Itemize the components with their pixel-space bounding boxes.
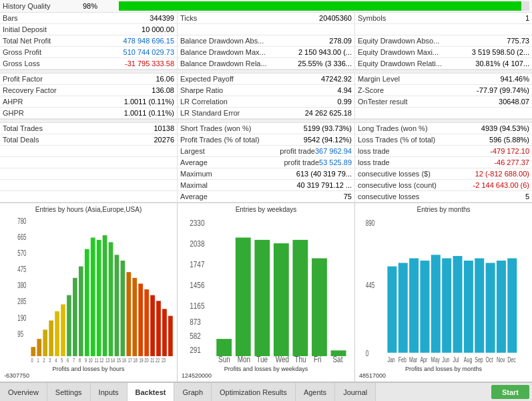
svg-text:873: 873 (190, 318, 201, 327)
months-chart-canvas: 890 445 Jan Feb (358, 215, 529, 364)
svg-text:6: 6 (67, 356, 69, 364)
svg-rect-83 (420, 261, 429, 353)
svg-text:4: 4 (55, 356, 57, 364)
quality-row: History Quality 98% (0, 0, 532, 13)
long-trades-cell: Long Trades (won %) 4939 (94.53%) (355, 123, 532, 134)
svg-text:11: 11 (94, 356, 98, 364)
svg-text:Wed: Wed (276, 355, 289, 364)
maximal-loss-cell: consecutive loss (count) -2 144 643.00 (… (355, 180, 532, 190)
long-trades-value: 4939 (94.53%) (481, 124, 529, 132)
svg-rect-66 (254, 240, 270, 356)
bars-label: Bars (3, 14, 18, 22)
tab-overview[interactable]: Overview (0, 383, 47, 401)
ml-value: 941.46% (501, 75, 529, 83)
loss-trades-value: 596 (5.88%) (489, 136, 529, 144)
svg-rect-19 (97, 240, 101, 356)
svg-rect-25 (132, 278, 137, 356)
deposit-empty2 (355, 24, 532, 35)
largest-loss-value: -479 172.10 (490, 147, 529, 155)
svg-rect-10 (43, 329, 47, 356)
eq-dd-max-label: Equity Drawdown Maxi... (358, 48, 439, 56)
gross-loss-value: -31 795 333.58 (125, 59, 174, 68)
svg-rect-82 (409, 258, 419, 352)
svg-rect-24 (126, 272, 131, 356)
pf-value: 16.06 (156, 75, 174, 83)
tab-optimization[interactable]: Optimization Results (212, 383, 296, 401)
ep-value: 47242.92 (321, 75, 352, 83)
tab-backtest[interactable]: Backtest (127, 383, 175, 401)
svg-rect-20 (103, 235, 107, 356)
svg-text:Oct: Oct (486, 356, 493, 364)
eq-dd-rel-value: 30.81% (4 107... (475, 59, 529, 68)
avg-label: Average (180, 158, 208, 166)
average-row: Average profit trade 53 525.89 loss trad… (0, 157, 532, 168)
hours-chart-subtitle: Profits and losses by hours (3, 366, 174, 372)
svg-text:285: 285 (17, 297, 26, 306)
svg-text:Jul: Jul (453, 356, 459, 364)
avg2-win-cell: Average 75 (178, 191, 355, 202)
svg-rect-91 (507, 258, 517, 352)
quality-bar-container (119, 1, 529, 11)
quality-value: 98% (83, 2, 116, 10)
max-empty (0, 168, 178, 179)
bal-dd-max-value: 2 150 943.00 (... (298, 48, 352, 56)
hours-chart-canvas: 780 665 570 475 380 285 190 95 (3, 215, 174, 364)
svg-rect-67 (274, 243, 289, 356)
svg-text:Sat: Sat (332, 355, 342, 364)
svg-rect-21 (109, 242, 113, 356)
svg-text:Apr: Apr (420, 356, 427, 364)
tab-journal[interactable]: Journal (335, 383, 376, 401)
start-button[interactable]: Start (491, 385, 529, 399)
svg-text:12: 12 (99, 356, 103, 364)
svg-text:95: 95 (17, 329, 23, 338)
svg-rect-9 (37, 339, 41, 356)
maximal-empty (0, 180, 178, 190)
avg2-loss-label: consecutive losses (358, 192, 419, 200)
svg-text:Dec: Dec (507, 356, 516, 364)
tab-bar: Overview Settings Inputs Backtest Graph … (0, 382, 532, 401)
weekdays-chart-subtitle: Profits and losses by weekdays (180, 366, 352, 372)
svg-rect-27 (144, 289, 149, 356)
svg-text:0: 0 (31, 356, 33, 364)
ep-cell: Expected Payoff 47242.92 (178, 74, 355, 84)
total-deals-label: Total Deals (3, 136, 39, 144)
avg2-row: Average 75 consecutive losses 5 (0, 191, 532, 203)
hours-chart-panel: Entries by hours (Asia,Europe,USA) 780 6… (0, 203, 178, 382)
svg-rect-88 (475, 258, 484, 352)
svg-text:1: 1 (37, 356, 39, 364)
loss-trades-cell: Loss Trades (% of total) 596 (5.88%) (355, 134, 532, 145)
tab-settings[interactable]: Settings (47, 383, 91, 401)
lrc-value: 0.99 (338, 98, 352, 106)
svg-rect-87 (464, 261, 473, 353)
svg-text:20: 20 (144, 356, 148, 364)
bal-dd-max-label: Balance Drawdown Max... (180, 48, 266, 56)
svg-text:475: 475 (17, 265, 26, 273)
main-container: History Quality 98% Bars 344399 Ticks 20… (0, 0, 532, 401)
svg-text:Mar: Mar (409, 356, 417, 364)
svg-rect-30 (162, 309, 167, 356)
bars-cell: Bars 344399 (0, 13, 178, 23)
total-deals-value: 20276 (154, 136, 174, 144)
bal-dd-rel-cell: Balance Drawdown Rela... 25.55% (3 336..… (178, 58, 355, 69)
symbols-label: Symbols (358, 14, 386, 22)
tab-graph[interactable]: Graph (174, 383, 212, 401)
pf-cell: Profit Factor 16.06 (0, 74, 178, 84)
net-profit-row: Total Net Profit 478 948 696.15 Balance … (0, 35, 532, 47)
svg-text:22: 22 (156, 356, 160, 364)
svg-rect-29 (156, 301, 161, 356)
avg-loss-label: loss trade (358, 158, 390, 166)
svg-text:291: 291 (190, 346, 201, 354)
eq-dd-abs-value: 775.73 (507, 37, 529, 45)
tab-agents[interactable]: Agents (296, 383, 335, 401)
svg-rect-16 (79, 267, 83, 356)
svg-text:2: 2 (43, 356, 45, 364)
svg-text:Sep: Sep (475, 356, 483, 364)
maximal-loss-value: -2 144 643.00 (6) (473, 181, 529, 189)
ahpr-row: AHPR 1.0011 (0.11%) LR Correlation 0.99 … (0, 96, 532, 108)
svg-text:Mon: Mon (238, 355, 250, 364)
tab-inputs[interactable]: Inputs (91, 383, 127, 401)
max-consec-loss-cell: consecutive losses ($) 12 (-812 688.00) (355, 168, 532, 179)
ahpr-value: 1.0011 (0.11%) (124, 98, 174, 106)
svg-text:1747: 1747 (190, 260, 204, 269)
svg-text:5: 5 (61, 356, 63, 364)
